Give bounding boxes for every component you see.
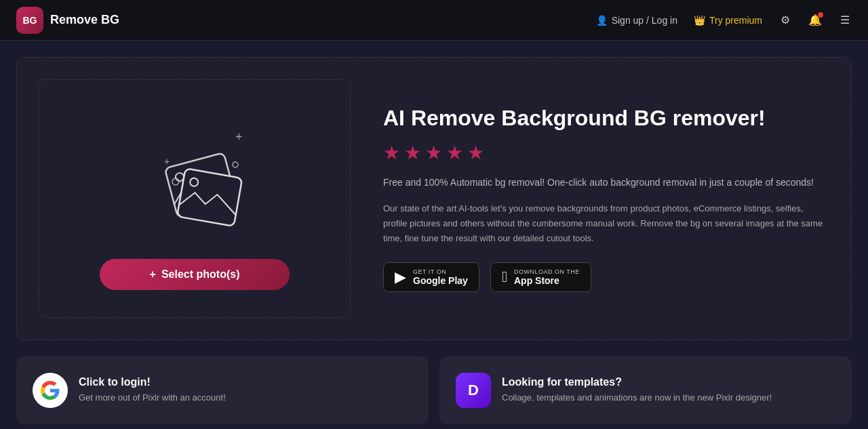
designer-icon: D	[456, 373, 491, 408]
google-play-button[interactable]: ▶ GET IT ON Google Play	[383, 262, 479, 292]
signup-login-button[interactable]: 👤 Sign up / Log in	[596, 15, 677, 26]
templates-card[interactable]: D Looking for templates? Collage, templa…	[439, 356, 852, 424]
navbar: BG Remove BG 👤 Sign up / Log in 👑 Try pr…	[0, 0, 868, 41]
hero-content: AI Remove Background BG remover! ★ ★ ★ ★…	[383, 105, 829, 292]
try-premium-button[interactable]: 👑 Try premium	[694, 15, 762, 26]
templates-card-title: Looking for templates?	[502, 376, 772, 388]
star-1: ★	[383, 142, 400, 164]
user-icon: 👤	[596, 15, 608, 26]
brand: BG Remove BG	[16, 7, 596, 34]
star-2: ★	[404, 142, 421, 164]
store-buttons: ▶ GET IT ON Google Play  Download on th…	[383, 262, 829, 292]
svg-rect-7	[177, 168, 242, 226]
templates-card-subtitle: Collage, templates and animations are no…	[502, 391, 772, 405]
plus-icon: +	[150, 268, 156, 281]
hero-description-1: Free and 100% Automatic bg removal! One-…	[383, 175, 829, 190]
notification-wrapper: 🔔	[808, 14, 822, 27]
brand-name: Remove BG	[50, 13, 119, 27]
star-3: ★	[425, 142, 442, 164]
hero-description-2: Our state of the art AI-tools let's you …	[383, 201, 829, 246]
photo-icon-svg: + + +	[127, 114, 262, 236]
svg-text:+: +	[235, 130, 243, 144]
photo-icon-area: + + +	[120, 107, 269, 243]
login-card-title: Click to login!	[79, 376, 226, 388]
login-card-subtitle: Get more out of Pixlr with an account!	[79, 391, 226, 405]
svg-text:+: +	[164, 156, 170, 167]
bottom-cards: Click to login! Get more out of Pixlr wi…	[16, 356, 852, 424]
upload-panel: + + + +	[39, 79, 351, 318]
google-icon	[33, 373, 68, 408]
hero-section: + + + +	[16, 57, 852, 340]
google-play-text: GET IT ON Google Play	[413, 268, 468, 286]
app-store-button[interactable]:  Download on the App Store	[490, 262, 591, 292]
star-4: ★	[446, 142, 463, 164]
navbar-actions: 👤 Sign up / Log in 👑 Try premium ⚙ 🔔 ☰	[596, 14, 852, 27]
login-card[interactable]: Click to login! Get more out of Pixlr wi…	[16, 356, 429, 424]
star-5: ★	[467, 142, 484, 164]
brand-logo: BG	[16, 7, 43, 34]
login-card-text: Click to login! Get more out of Pixlr wi…	[79, 376, 226, 405]
hero-title: AI Remove Background BG remover!	[383, 105, 829, 131]
notification-dot	[818, 12, 823, 18]
svg-point-4	[233, 162, 238, 167]
templates-card-text: Looking for templates? Collage, template…	[502, 376, 772, 405]
select-photos-button[interactable]: + Select photo(s)	[100, 259, 290, 290]
google-play-icon: ▶	[395, 268, 406, 286]
stars-row: ★ ★ ★ ★ ★	[383, 142, 829, 164]
crown-icon: 👑	[694, 15, 705, 26]
menu-icon[interactable]: ☰	[838, 14, 852, 27]
app-store-text: Download on the App Store	[514, 268, 580, 286]
settings-icon[interactable]: ⚙	[778, 14, 792, 27]
apple-icon: 	[502, 268, 507, 286]
google-logo-svg	[41, 381, 60, 400]
